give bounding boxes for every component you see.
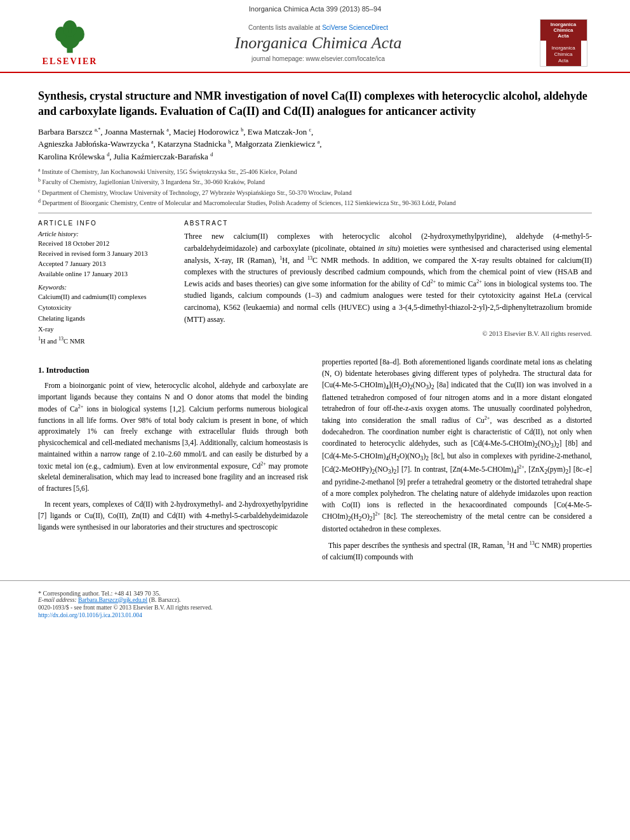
email-note-text: (B. Barszcz). bbox=[149, 597, 181, 603]
available-date: Available online 17 January 2013 bbox=[38, 269, 171, 279]
article-history-section: Article history: Received 18 October 201… bbox=[38, 230, 171, 279]
svg-rect-8 bbox=[71, 27, 74, 28]
kw-5: 1H and 13C NMR bbox=[38, 335, 171, 347]
svg-text:Acta: Acta bbox=[558, 58, 568, 63]
journal-name-line: Inorganica Chimica Acta 399 (2013) 85–94 bbox=[249, 5, 382, 13]
affil-b: b Faculty of Chemistry, Jagiellonian Uni… bbox=[38, 177, 592, 187]
elsevier-text: ELSEVIER bbox=[43, 57, 98, 67]
logo-box: InorganicaChimicaActa Inorganica Chimica… bbox=[540, 19, 587, 67]
header-content: ELSEVIER Contents lists available at Sci… bbox=[0, 14, 630, 73]
intro-heading-num: 1. bbox=[38, 366, 44, 375]
abstract-col: ABSTRACT Three new calcium(II) complexes… bbox=[184, 220, 592, 346]
svg-point-5 bbox=[67, 22, 72, 26]
main-content-cols: 1. Introduction From a bioinorganic poin… bbox=[38, 357, 592, 568]
received-date: Received 18 October 2012 bbox=[38, 239, 171, 249]
journal-title-main: Inorganica Chimica Acta bbox=[108, 34, 528, 53]
authors-text: Barbara Barszcz a,*, Joanna Masternak a,… bbox=[38, 127, 322, 161]
section-divider bbox=[38, 213, 592, 213]
email-note: E-mail address: Barbara.Barszcz@ujk.edu.… bbox=[38, 597, 592, 603]
elsevier-logo: ELSEVIER bbox=[38, 20, 102, 67]
article-info-header: ARTICLE INFO bbox=[38, 220, 171, 227]
keywords-label: Keywords: bbox=[38, 284, 171, 291]
kw-3: Chelating ligands bbox=[38, 314, 171, 324]
sciverse-text: Contents lists available at SciVerse Sci… bbox=[108, 24, 528, 31]
star-note-text: * Corresponding author. Tel.: +48 41 349… bbox=[38, 590, 161, 597]
affil-a: a Institute of Chemistry, Jan Kochanowsk… bbox=[38, 166, 592, 177]
article-info-col: ARTICLE INFO Article history: Received 1… bbox=[38, 220, 171, 346]
article-title: Synthesis, crystal structure and NMR inv… bbox=[38, 88, 592, 119]
page-footer: * Corresponding author. Tel.: +48 41 349… bbox=[0, 580, 630, 623]
doi-line: http://dx.doi.org/10.1016/j.ica.2013.01.… bbox=[38, 612, 592, 618]
revised-date: Received in revised form 3 January 2013 bbox=[38, 249, 171, 259]
header-center: Contents lists available at SciVerse Sci… bbox=[108, 24, 528, 62]
main-col-right: properties reported [8a–d]. Both aforeme… bbox=[322, 357, 592, 568]
journal-logo-right: InorganicaChimicaActa Inorganica Chimica… bbox=[535, 19, 592, 67]
email-label: E-mail address: bbox=[38, 597, 77, 603]
col2-para1: properties reported [8a–d]. Both aforeme… bbox=[322, 357, 592, 535]
sciverse-link[interactable]: SciVerse ScienceDirect bbox=[322, 24, 388, 31]
history-label: Article history: bbox=[38, 230, 171, 237]
accepted-date: Accepted 7 January 2013 bbox=[38, 259, 171, 269]
issn-line: 0020-1693/$ - see front matter © 2013 El… bbox=[38, 604, 592, 611]
affil-c: c Department of Chemistry, Wrocław Unive… bbox=[38, 187, 592, 197]
ica-logo-icon: Inorganica Chimica Acta bbox=[546, 41, 581, 66]
elsevier-tree-icon bbox=[48, 20, 92, 55]
contents-text: Contents lists available at bbox=[248, 24, 320, 31]
main-col-left: 1. Introduction From a bioinorganic poin… bbox=[38, 357, 308, 568]
intro-para2: In recent years, complexes of Cd(II) wit… bbox=[38, 499, 308, 533]
svg-rect-7 bbox=[66, 27, 69, 28]
kw-4: X-ray bbox=[38, 324, 171, 335]
intro-para1: From a bioinorganic point of view, heter… bbox=[38, 380, 308, 495]
logo-box-label: InorganicaChimicaActa bbox=[540, 20, 587, 41]
svg-text:Chimica: Chimica bbox=[554, 51, 572, 57]
page-wrapper: Inorganica Chimica Acta 399 (2013) 85–94… bbox=[0, 0, 630, 623]
copyright-line: © 2013 Elsevier B.V. All rights reserved… bbox=[184, 330, 592, 337]
affiliations: a Institute of Chemistry, Jan Kochanowsk… bbox=[38, 166, 592, 208]
homepage-text: journal homepage: www.elsevier.com/locat… bbox=[108, 55, 528, 62]
corresponding-author-note: * Corresponding author. Tel.: +48 41 349… bbox=[38, 590, 592, 597]
info-abstract-cols: ARTICLE INFO Article history: Received 1… bbox=[38, 220, 592, 346]
journal-header: Inorganica Chimica Acta 399 (2013) 85–94 bbox=[0, 0, 630, 14]
col2-para2: This paper describes the synthesis and s… bbox=[322, 540, 592, 563]
abstract-text: Three new calcium(II) complexes with het… bbox=[184, 230, 592, 325]
article-body: Synthesis, crystal structure and NMR inv… bbox=[0, 73, 630, 580]
svg-text:Inorganica: Inorganica bbox=[551, 45, 575, 51]
kw-2: Cytotoxicity bbox=[38, 303, 171, 314]
affil-d: d Department of Bioorganic Chemistry, Ce… bbox=[38, 197, 592, 208]
email-link: Barbara.Barszcz@ujk.edu.pl bbox=[78, 597, 147, 603]
abstract-header: ABSTRACT bbox=[184, 220, 592, 227]
intro-heading: 1. Introduction bbox=[38, 364, 308, 377]
kw-1: Calcium(II) and cadmium(II) complexes bbox=[38, 292, 171, 303]
intro-heading-text: Introduction bbox=[46, 366, 90, 375]
authors: Barbara Barszcz a,*, Joanna Masternak a,… bbox=[38, 126, 592, 163]
keywords-section: Keywords: Calcium(II) and cadmium(II) co… bbox=[38, 284, 171, 346]
